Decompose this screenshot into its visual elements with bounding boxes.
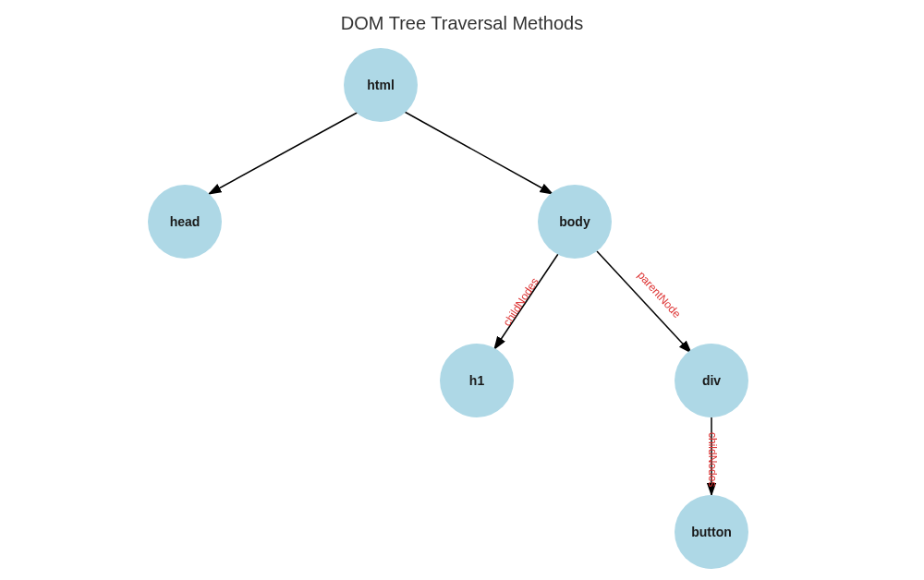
node-head: head [148,185,222,259]
node-label: head [170,214,201,229]
edge-label-div-button: childNodes [706,432,719,487]
diagram-stage: childNodes parentNode childNodes html he… [0,0,924,580]
node-button: button [675,495,748,569]
edge-label-body-h1: childNodes [501,275,541,328]
node-label: button [691,525,732,539]
node-h1: h1 [440,344,514,417]
node-label: html [367,78,395,92]
node-label: h1 [469,373,484,388]
node-html: html [344,48,418,122]
edges-layer [0,0,924,580]
edge-html-head [209,111,360,194]
edge-label-body-div: parentNode [635,269,683,320]
edge-html-body [403,111,553,194]
node-div: div [675,344,748,417]
node-label: div [702,373,721,388]
edge-body-div [597,251,691,353]
node-label: body [559,214,590,229]
node-body: body [538,185,612,259]
